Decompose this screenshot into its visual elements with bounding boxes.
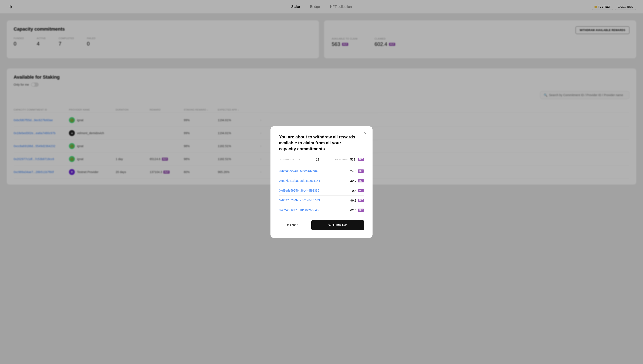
- flt-badge-modal-1: FLT: [358, 179, 364, 182]
- modal-item-0-reward: 24.6 FLT: [350, 169, 364, 173]
- flt-badge-modal-4: FLT: [358, 208, 364, 212]
- modal-rewards-value: 563: [350, 158, 355, 161]
- modal-item-4: 0xefaa00b8f7...18f882e55843 62.6 FLT: [279, 206, 364, 215]
- modal-item-3-reward: 96.8 FLT: [350, 198, 364, 202]
- modal-item-3-id[interactable]: 0x8527df2b4b...c401e84c1633: [279, 198, 320, 202]
- modal-list: 0xb5fa8c2740...51fea4d2bd48 24.6 FLT 0xe…: [279, 166, 364, 215]
- modal-item-2-id[interactable]: 0xd8ede59256...f6c449f93335: [279, 189, 319, 192]
- withdraw-button[interactable]: WITHDRAW: [311, 220, 364, 230]
- flt-badge-modal-2: FLT: [358, 189, 364, 192]
- modal-item-4-id[interactable]: 0xefaa00b8f7...18f882e55843: [279, 208, 318, 212]
- modal-flt-badge: FLT: [358, 158, 364, 161]
- modal-close-button[interactable]: ×: [362, 130, 368, 136]
- modal-rewards-label: REWARDS: [335, 158, 348, 161]
- modal-item-0-id[interactable]: 0xb5fa8c2740...51fea4d2bd48: [279, 169, 319, 173]
- modal-item-1-id[interactable]: 0xee7f241dba...8db4ab931141: [279, 179, 320, 182]
- modal-ccs-value: 13: [316, 158, 319, 161]
- modal-item-4-reward: 62.6 FLT: [350, 208, 364, 212]
- flt-badge-modal-0: FLT: [358, 170, 364, 173]
- modal-actions: CANCEL WITHDRAW: [279, 220, 364, 230]
- modal-item-1: 0xee7f241dba...8db4ab931141 42.7 FLT: [279, 176, 364, 186]
- modal-meta: NUMBER OF CCS 13 REWARDS 563 FLT: [279, 158, 364, 163]
- modal-item-0: 0xb5fa8c2740...51fea4d2bd48 24.6 FLT: [279, 166, 364, 176]
- modal-item-3: 0x8527df2b4b...c401e84c1633 96.8 FLT: [279, 196, 364, 206]
- flt-badge-modal-3: FLT: [358, 199, 364, 202]
- withdraw-modal: × You are about to withdraw all rewards …: [270, 126, 372, 238]
- modal-ccs-label: NUMBER OF CCS: [279, 158, 300, 161]
- modal-item-1-reward: 42.7 FLT: [350, 179, 364, 183]
- cancel-button[interactable]: CANCEL: [279, 220, 309, 230]
- modal-item-2-reward: 0.4 FLT: [352, 189, 364, 192]
- modal-overlay[interactable]: × You are about to withdraw all rewards …: [0, 0, 643, 364]
- modal-title: You are about to withdraw all rewards av…: [279, 134, 364, 152]
- modal-item-2: 0xd8ede59256...f6c449f93335 0.4 FLT: [279, 186, 364, 196]
